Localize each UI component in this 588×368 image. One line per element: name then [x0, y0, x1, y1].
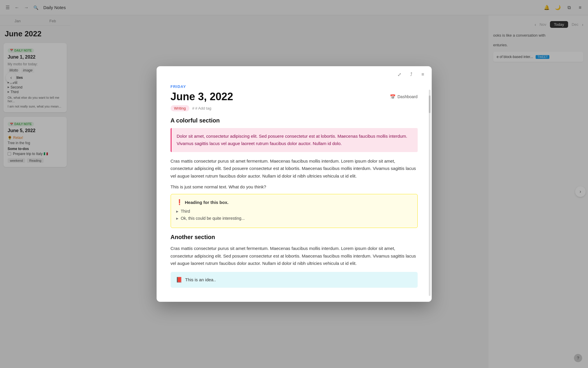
- modal-expand-icon[interactable]: ⤢: [395, 70, 404, 79]
- colorful-block-text: Dolor sit amet, consectetur adipiscing e…: [177, 133, 412, 147]
- calendar-icon: 📅: [390, 94, 396, 100]
- another-section-heading: Another section: [171, 234, 418, 241]
- body-text-1: Cras mattis consectetur purus sit amet f…: [171, 157, 418, 180]
- modal-header: ⤢ ⤴ ≡: [157, 66, 432, 79]
- modal-overlay[interactable]: ⤢ ⤴ ≡ FRIDAY June 3, 2022 📅 Dashboard Wr…: [0, 0, 588, 368]
- tag-writing[interactable]: Writing: [171, 105, 189, 111]
- dashboard-link[interactable]: 📅 Dashboard: [390, 94, 418, 100]
- normal-text: This is just some normal text. What do y…: [171, 184, 418, 189]
- yellow-box-item-2: Ok, this could be quite interesting...: [176, 216, 412, 221]
- modal-day-label: FRIDAY: [171, 84, 418, 89]
- modal-menu-icon[interactable]: ≡: [419, 70, 427, 79]
- modal-body: FRIDAY June 3, 2022 📅 Dashboard Writing …: [157, 79, 432, 302]
- modal-tags: Writing # # Add tag: [171, 105, 418, 111]
- yellow-box-item-1: Third: [176, 209, 412, 214]
- colorful-block: Dolor sit amet, consectetur adipiscing e…: [171, 128, 418, 152]
- idea-icon: 📕: [176, 277, 182, 283]
- scrollbar-thumb[interactable]: [429, 96, 431, 113]
- warning-icon: ❗: [176, 199, 183, 205]
- body-text-2: Cras mattis consectetur purus sit amet f…: [171, 245, 418, 267]
- yellow-box-heading: ❗ Heading for this box.: [176, 199, 412, 205]
- yellow-box: ❗ Heading for this box. Third Ok, this c…: [171, 194, 418, 228]
- idea-box-text: This is an idea..: [185, 277, 216, 282]
- modal: ⤢ ⤴ ≡ FRIDAY June 3, 2022 📅 Dashboard Wr…: [157, 66, 432, 302]
- modal-external-icon[interactable]: ⤴: [407, 70, 415, 79]
- tag-add[interactable]: # # Add tag: [192, 106, 211, 110]
- colorful-section-heading: A colorful section: [171, 117, 418, 124]
- modal-date-title: June 3, 2022 📅 Dashboard: [171, 91, 418, 103]
- scrollbar-track[interactable]: [429, 90, 431, 296]
- idea-box: 📕 This is an idea..: [171, 272, 418, 288]
- hash-icon: #: [192, 106, 194, 110]
